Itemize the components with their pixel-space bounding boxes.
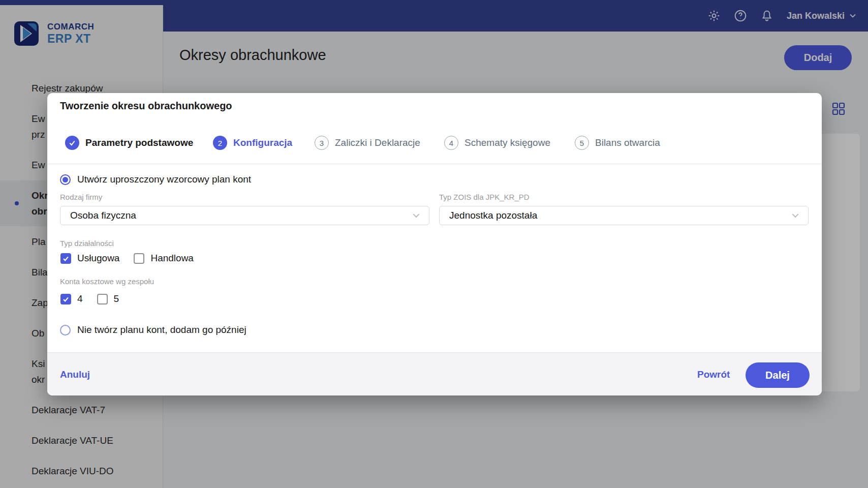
wizard-stepper: Parametry podstawowe2Konfiguracja3Zalicz… (47, 129, 822, 157)
wizard-step-3[interactable]: 3Zaliczki i Deklaracje (315, 129, 420, 157)
chevron-down-icon (412, 211, 421, 220)
checkbox-4[interactable] (60, 294, 71, 304)
wizard-step-2[interactable]: 2Konfiguracja (213, 129, 292, 157)
divider (47, 164, 822, 164)
zois-type-label: Typ ZOIS dla JPK_KR_PD (439, 193, 530, 201)
company-type-select[interactable]: Osoba fizyczna (60, 206, 429, 225)
wizard-step-5[interactable]: 5Bilans otwarcia (575, 129, 660, 157)
checkbox-handlowa[interactable] (134, 253, 144, 264)
step-label: Zaliczki i Deklaracje (335, 137, 420, 148)
radio-icon (60, 174, 71, 185)
cost-accounts-group: 4 5 (60, 293, 119, 304)
company-type-value: Osoba fizyczna (70, 210, 412, 221)
create-period-modal: Tworzenie okresu obrachunkowego Parametr… (47, 93, 822, 395)
wizard-step-4[interactable]: 4Schematy księgowe (444, 129, 550, 157)
checkbox-handlowa-label[interactable]: Handlowa (150, 253, 194, 264)
zois-type-value: Jednostka pozostała (449, 210, 791, 221)
company-type-label: Rodzaj firmy (60, 193, 102, 201)
step-label: Schematy księgowe (464, 137, 550, 148)
checkbox-5-label[interactable]: 5 (114, 293, 119, 304)
checkbox-uslugowa-label[interactable]: Usługowa (77, 253, 119, 264)
back-button[interactable]: Powrót (697, 353, 730, 396)
modal-title: Tworzenie okresu obrachunkowego (60, 100, 232, 112)
cost-accounts-label: Konta kosztowe wg zespołu (60, 277, 154, 286)
modal-footer: Anuluj Powrót Dalej (47, 352, 822, 395)
checkbox-uslugowa[interactable] (60, 253, 71, 264)
radio-create-plan-label: Utwórz uproszczony wzorcowy plan kont (77, 174, 251, 185)
activity-type-label: Typ działalności (60, 239, 114, 248)
radio-skip-plan-label: Nie twórz planu kont, dodam go później (77, 324, 246, 336)
radio-create-plan[interactable]: Utwórz uproszczony wzorcowy plan kont (60, 174, 251, 185)
next-button[interactable]: Dalej (746, 362, 810, 388)
wizard-step-1[interactable]: Parametry podstawowe (65, 129, 193, 157)
zois-type-select[interactable]: Jednostka pozostała (439, 206, 809, 225)
step-label: Bilans otwarcia (595, 137, 660, 148)
radio-skip-plan[interactable]: Nie twórz planu kont, dodam go później (60, 324, 246, 336)
cancel-button[interactable]: Anuluj (60, 353, 90, 396)
step-number: 4 (444, 136, 458, 150)
step-number: 5 (575, 136, 589, 150)
checkbox-5[interactable] (97, 294, 108, 304)
step-number: 2 (213, 136, 227, 150)
step-check-icon (65, 136, 79, 150)
step-number: 3 (315, 136, 329, 150)
step-label: Parametry podstawowe (85, 137, 193, 148)
checkbox-4-label[interactable]: 4 (77, 293, 83, 304)
activity-type-group: Usługowa Handlowa (60, 253, 194, 264)
chevron-down-icon (791, 211, 800, 220)
step-label: Konfiguracja (233, 137, 292, 148)
radio-icon (60, 325, 71, 336)
